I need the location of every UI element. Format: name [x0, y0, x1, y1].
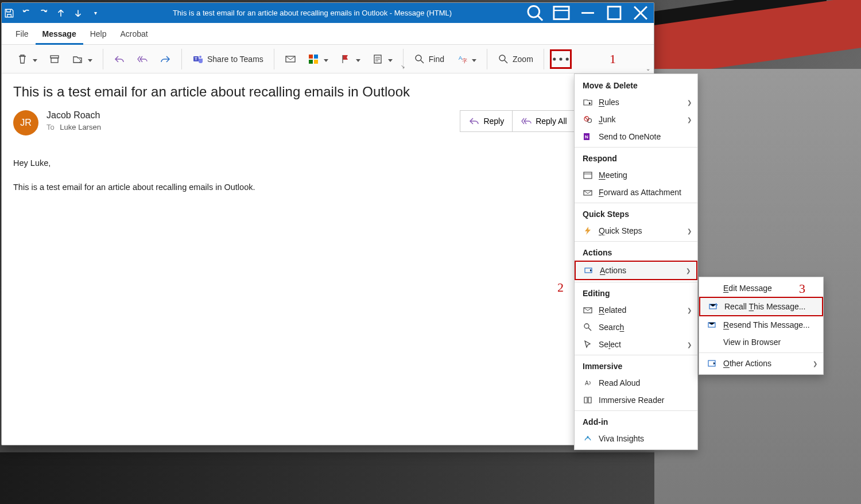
reply-button[interactable] [109, 50, 130, 68]
submenu-item-recall-message[interactable]: Recall This Message... [699, 297, 823, 316]
chevron-right-icon: ❯ [687, 99, 692, 106]
svg-point-24 [499, 55, 505, 61]
menu-item-junk[interactable]: Junk ❯ [575, 111, 697, 128]
quick-access-toolbar: ▾ [2, 8, 103, 18]
book-icon [583, 395, 593, 405]
categorize-button[interactable] [303, 50, 333, 68]
annotation-3: 3 [799, 281, 805, 296]
svg-rect-5 [608, 7, 620, 20]
minimize-button[interactable] [575, 3, 601, 23]
reply-all-icon [137, 53, 148, 65]
menu-item-immersive-reader[interactable]: Immersive Reader [575, 391, 697, 409]
svg-point-26 [553, 57, 556, 60]
menu-item-send-onenote[interactable]: N Send to OneNote [575, 128, 697, 145]
svg-text:T: T [195, 57, 197, 61]
zoom-button[interactable]: Zoom [493, 50, 538, 68]
teams-icon: T [192, 53, 204, 65]
svg-text:N: N [585, 134, 588, 139]
forward-icon [160, 53, 171, 65]
ribbon-toolbar: TShare to Teams ↘ Find A字 Zoom ⌄ [2, 45, 654, 73]
menu-item-forward-attachment[interactable]: Forward as Attachment [575, 184, 697, 201]
menu-item-viva-insights[interactable]: Viva Insights [575, 430, 697, 447]
svg-rect-34 [584, 172, 592, 179]
submenu-item-resend-message[interactable]: Resend This Message... [699, 316, 823, 334]
display-options-icon[interactable] [548, 3, 575, 23]
chevron-right-icon: ❯ [687, 117, 692, 123]
menu-item-meeting[interactable]: Meeting [575, 166, 697, 184]
redo-icon[interactable] [38, 8, 49, 18]
sender-name: Jacob Roach [46, 110, 460, 121]
reply-all-button[interactable]: Reply All [512, 110, 575, 132]
maximize-button[interactable] [601, 3, 627, 23]
calendar-icon [583, 170, 593, 180]
translate-button[interactable]: A字 [451, 50, 481, 68]
menu-item-quick-steps[interactable]: Quick Steps ❯ [575, 222, 697, 239]
annotation-1: 1 [610, 52, 616, 67]
tab-acrobat[interactable]: Acrobat [114, 23, 155, 45]
archive-button[interactable] [44, 50, 65, 68]
ribbon-collapse-icon[interactable]: ⌄ [646, 65, 650, 72]
archive-icon [49, 53, 60, 65]
svg-rect-14 [309, 55, 313, 59]
envelope-icon [583, 305, 593, 315]
body-paragraph: This is a test email for an article abou… [13, 180, 642, 196]
reply-all-button[interactable] [132, 50, 153, 68]
menu-heading-addin: Add-in [575, 413, 697, 430]
tab-message[interactable]: Message [36, 23, 83, 45]
menu-item-search[interactable]: Search [575, 319, 697, 336]
search-icon[interactable] [522, 3, 548, 23]
qat-customize-icon[interactable]: ▾ [90, 8, 100, 18]
email-body: Hey Luke, This is a test email for an ar… [13, 156, 642, 195]
tab-file[interactable]: File [9, 23, 36, 45]
svg-point-20 [416, 55, 421, 61]
find-button[interactable]: Find [409, 50, 449, 68]
share-teams-button[interactable]: TShare to Teams [188, 50, 268, 68]
translate-icon: A字 [456, 53, 467, 65]
mark-unread-button[interactable] [280, 50, 301, 68]
sender-avatar[interactable]: JR [13, 110, 38, 135]
ribbon-overflow-button[interactable] [550, 49, 572, 69]
move-icon [72, 53, 83, 65]
menu-heading-quick-steps: Quick Steps [575, 205, 697, 222]
read-aloud-icon: A [583, 378, 593, 388]
annotation-2: 2 [557, 280, 564, 295]
forward-button[interactable] [155, 50, 176, 68]
menu-item-read-aloud[interactable]: A Read Aloud [575, 374, 697, 391]
assign-policy-button[interactable] [367, 50, 397, 68]
lightning-icon [583, 226, 593, 236]
policy-icon [372, 53, 383, 65]
search-icon [583, 322, 593, 332]
down-arrow-icon[interactable] [73, 8, 83, 18]
svg-point-42 [587, 436, 589, 438]
menu-item-rules[interactable]: Rules ❯ [575, 94, 697, 111]
save-icon[interactable] [4, 8, 14, 18]
reply-button[interactable]: Reply [460, 110, 513, 132]
svg-line-21 [421, 60, 424, 63]
magnifier-icon [498, 53, 509, 65]
move-button[interactable] [67, 50, 97, 68]
menu-item-related[interactable]: Related ❯ [575, 301, 697, 319]
submenu-item-view-browser[interactable]: View in Browser [699, 334, 823, 351]
tab-help[interactable]: Help [83, 23, 114, 45]
submenu-item-other-actions[interactable]: Other Actions ❯ [699, 355, 823, 372]
svg-line-25 [505, 60, 507, 63]
up-arrow-icon[interactable] [56, 8, 66, 18]
svg-rect-2 [554, 7, 569, 20]
email-subject: This is a test email for an article abou… [13, 84, 642, 100]
menu-item-select[interactable]: Select ❯ [575, 336, 697, 353]
to-label: To [46, 123, 55, 131]
chevron-right-icon: ❯ [813, 360, 817, 367]
menu-item-actions[interactable]: Actions ❯ [575, 261, 697, 280]
svg-line-1 [538, 16, 542, 21]
undo-icon[interactable] [21, 8, 32, 18]
svg-line-40 [588, 328, 591, 331]
outlook-message-window: ▾ This is a test email for an article ab… [1, 2, 654, 445]
close-button[interactable] [627, 3, 654, 23]
delete-button[interactable] [12, 50, 42, 68]
find-label: Find [429, 55, 444, 64]
viva-icon [583, 433, 593, 444]
ribbon-tabs: File Message Help Acrobat [2, 23, 654, 45]
svg-point-12 [199, 56, 201, 58]
other-actions-icon [707, 358, 718, 369]
follow-up-button[interactable] [335, 50, 365, 68]
